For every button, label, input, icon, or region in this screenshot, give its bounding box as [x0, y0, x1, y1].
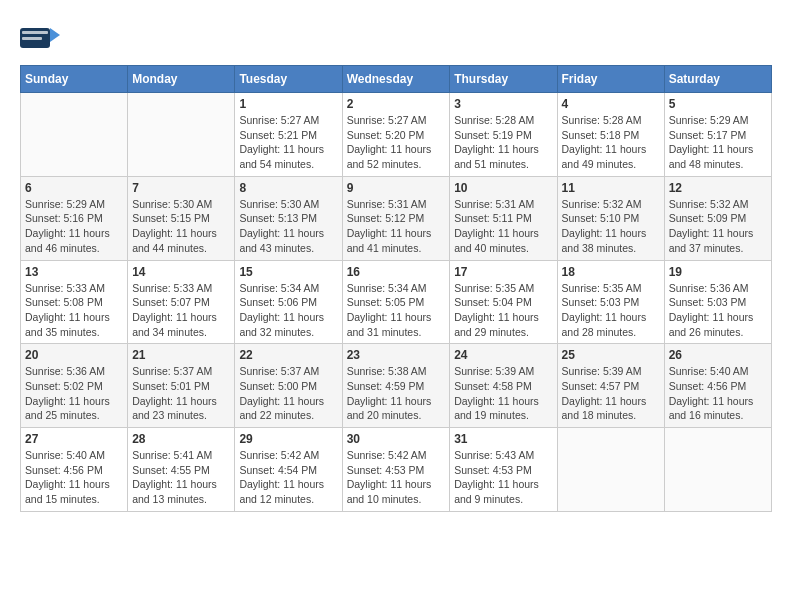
calendar-cell	[664, 428, 771, 512]
day-number: 15	[239, 265, 337, 279]
day-info: Sunrise: 5:41 AMSunset: 4:55 PMDaylight:…	[132, 448, 230, 507]
day-number: 20	[25, 348, 123, 362]
calendar-week-row: 20Sunrise: 5:36 AMSunset: 5:02 PMDayligh…	[21, 344, 772, 428]
day-number: 10	[454, 181, 552, 195]
day-info: Sunrise: 5:31 AMSunset: 5:11 PMDaylight:…	[454, 197, 552, 256]
day-info: Sunrise: 5:36 AMSunset: 5:02 PMDaylight:…	[25, 364, 123, 423]
calendar-cell: 24Sunrise: 5:39 AMSunset: 4:58 PMDayligh…	[450, 344, 557, 428]
calendar-cell: 4Sunrise: 5:28 AMSunset: 5:18 PMDaylight…	[557, 93, 664, 177]
day-info: Sunrise: 5:39 AMSunset: 4:58 PMDaylight:…	[454, 364, 552, 423]
svg-rect-3	[22, 37, 42, 40]
day-info: Sunrise: 5:30 AMSunset: 5:13 PMDaylight:…	[239, 197, 337, 256]
day-number: 28	[132, 432, 230, 446]
calendar-cell: 23Sunrise: 5:38 AMSunset: 4:59 PMDayligh…	[342, 344, 450, 428]
calendar-table: SundayMondayTuesdayWednesdayThursdayFrid…	[20, 65, 772, 512]
calendar-cell: 5Sunrise: 5:29 AMSunset: 5:17 PMDaylight…	[664, 93, 771, 177]
calendar-week-row: 1Sunrise: 5:27 AMSunset: 5:21 PMDaylight…	[21, 93, 772, 177]
day-info: Sunrise: 5:37 AMSunset: 5:01 PMDaylight:…	[132, 364, 230, 423]
calendar-cell: 22Sunrise: 5:37 AMSunset: 5:00 PMDayligh…	[235, 344, 342, 428]
day-number: 29	[239, 432, 337, 446]
day-number: 30	[347, 432, 446, 446]
day-info: Sunrise: 5:36 AMSunset: 5:03 PMDaylight:…	[669, 281, 767, 340]
day-info: Sunrise: 5:34 AMSunset: 5:06 PMDaylight:…	[239, 281, 337, 340]
day-info: Sunrise: 5:32 AMSunset: 5:09 PMDaylight:…	[669, 197, 767, 256]
calendar-cell: 8Sunrise: 5:30 AMSunset: 5:13 PMDaylight…	[235, 176, 342, 260]
calendar-cell: 13Sunrise: 5:33 AMSunset: 5:08 PMDayligh…	[21, 260, 128, 344]
calendar-cell	[128, 93, 235, 177]
calendar-cell: 9Sunrise: 5:31 AMSunset: 5:12 PMDaylight…	[342, 176, 450, 260]
calendar-cell: 17Sunrise: 5:35 AMSunset: 5:04 PMDayligh…	[450, 260, 557, 344]
weekday-header: Sunday	[21, 66, 128, 93]
weekday-header: Saturday	[664, 66, 771, 93]
calendar-cell: 3Sunrise: 5:28 AMSunset: 5:19 PMDaylight…	[450, 93, 557, 177]
day-number: 19	[669, 265, 767, 279]
logo	[20, 20, 65, 55]
calendar-cell: 29Sunrise: 5:42 AMSunset: 4:54 PMDayligh…	[235, 428, 342, 512]
day-info: Sunrise: 5:32 AMSunset: 5:10 PMDaylight:…	[562, 197, 660, 256]
calendar-header: SundayMondayTuesdayWednesdayThursdayFrid…	[21, 66, 772, 93]
weekday-header: Monday	[128, 66, 235, 93]
calendar-cell: 16Sunrise: 5:34 AMSunset: 5:05 PMDayligh…	[342, 260, 450, 344]
calendar-cell: 25Sunrise: 5:39 AMSunset: 4:57 PMDayligh…	[557, 344, 664, 428]
day-info: Sunrise: 5:39 AMSunset: 4:57 PMDaylight:…	[562, 364, 660, 423]
svg-marker-1	[50, 28, 60, 42]
calendar-cell: 20Sunrise: 5:36 AMSunset: 5:02 PMDayligh…	[21, 344, 128, 428]
day-number: 26	[669, 348, 767, 362]
calendar-cell: 19Sunrise: 5:36 AMSunset: 5:03 PMDayligh…	[664, 260, 771, 344]
day-number: 25	[562, 348, 660, 362]
day-info: Sunrise: 5:42 AMSunset: 4:53 PMDaylight:…	[347, 448, 446, 507]
calendar-cell: 7Sunrise: 5:30 AMSunset: 5:15 PMDaylight…	[128, 176, 235, 260]
calendar-cell: 26Sunrise: 5:40 AMSunset: 4:56 PMDayligh…	[664, 344, 771, 428]
day-number: 16	[347, 265, 446, 279]
calendar-cell: 1Sunrise: 5:27 AMSunset: 5:21 PMDaylight…	[235, 93, 342, 177]
weekday-header: Thursday	[450, 66, 557, 93]
day-number: 7	[132, 181, 230, 195]
day-number: 18	[562, 265, 660, 279]
day-number: 2	[347, 97, 446, 111]
calendar-cell: 28Sunrise: 5:41 AMSunset: 4:55 PMDayligh…	[128, 428, 235, 512]
calendar-cell: 15Sunrise: 5:34 AMSunset: 5:06 PMDayligh…	[235, 260, 342, 344]
day-number: 1	[239, 97, 337, 111]
calendar-cell: 27Sunrise: 5:40 AMSunset: 4:56 PMDayligh…	[21, 428, 128, 512]
day-number: 27	[25, 432, 123, 446]
day-info: Sunrise: 5:33 AMSunset: 5:08 PMDaylight:…	[25, 281, 123, 340]
day-info: Sunrise: 5:35 AMSunset: 5:03 PMDaylight:…	[562, 281, 660, 340]
day-info: Sunrise: 5:38 AMSunset: 4:59 PMDaylight:…	[347, 364, 446, 423]
day-number: 5	[669, 97, 767, 111]
calendar-cell: 11Sunrise: 5:32 AMSunset: 5:10 PMDayligh…	[557, 176, 664, 260]
day-number: 13	[25, 265, 123, 279]
day-info: Sunrise: 5:28 AMSunset: 5:19 PMDaylight:…	[454, 113, 552, 172]
day-number: 11	[562, 181, 660, 195]
day-info: Sunrise: 5:28 AMSunset: 5:18 PMDaylight:…	[562, 113, 660, 172]
day-info: Sunrise: 5:29 AMSunset: 5:16 PMDaylight:…	[25, 197, 123, 256]
calendar-cell: 6Sunrise: 5:29 AMSunset: 5:16 PMDaylight…	[21, 176, 128, 260]
day-info: Sunrise: 5:35 AMSunset: 5:04 PMDaylight:…	[454, 281, 552, 340]
day-number: 14	[132, 265, 230, 279]
day-info: Sunrise: 5:31 AMSunset: 5:12 PMDaylight:…	[347, 197, 446, 256]
day-info: Sunrise: 5:40 AMSunset: 4:56 PMDaylight:…	[669, 364, 767, 423]
day-info: Sunrise: 5:42 AMSunset: 4:54 PMDaylight:…	[239, 448, 337, 507]
calendar-week-row: 27Sunrise: 5:40 AMSunset: 4:56 PMDayligh…	[21, 428, 772, 512]
day-number: 12	[669, 181, 767, 195]
page-header	[20, 20, 772, 55]
day-number: 31	[454, 432, 552, 446]
day-number: 8	[239, 181, 337, 195]
day-number: 24	[454, 348, 552, 362]
calendar-cell: 14Sunrise: 5:33 AMSunset: 5:07 PMDayligh…	[128, 260, 235, 344]
day-info: Sunrise: 5:30 AMSunset: 5:15 PMDaylight:…	[132, 197, 230, 256]
calendar-week-row: 13Sunrise: 5:33 AMSunset: 5:08 PMDayligh…	[21, 260, 772, 344]
calendar-cell: 2Sunrise: 5:27 AMSunset: 5:20 PMDaylight…	[342, 93, 450, 177]
day-info: Sunrise: 5:43 AMSunset: 4:53 PMDaylight:…	[454, 448, 552, 507]
day-info: Sunrise: 5:37 AMSunset: 5:00 PMDaylight:…	[239, 364, 337, 423]
svg-rect-2	[22, 31, 48, 34]
day-number: 9	[347, 181, 446, 195]
day-info: Sunrise: 5:27 AMSunset: 5:21 PMDaylight:…	[239, 113, 337, 172]
calendar-cell: 18Sunrise: 5:35 AMSunset: 5:03 PMDayligh…	[557, 260, 664, 344]
day-number: 6	[25, 181, 123, 195]
calendar-cell: 21Sunrise: 5:37 AMSunset: 5:01 PMDayligh…	[128, 344, 235, 428]
day-number: 4	[562, 97, 660, 111]
day-info: Sunrise: 5:34 AMSunset: 5:05 PMDaylight:…	[347, 281, 446, 340]
logo-icon	[20, 20, 60, 55]
day-info: Sunrise: 5:40 AMSunset: 4:56 PMDaylight:…	[25, 448, 123, 507]
calendar-cell: 31Sunrise: 5:43 AMSunset: 4:53 PMDayligh…	[450, 428, 557, 512]
